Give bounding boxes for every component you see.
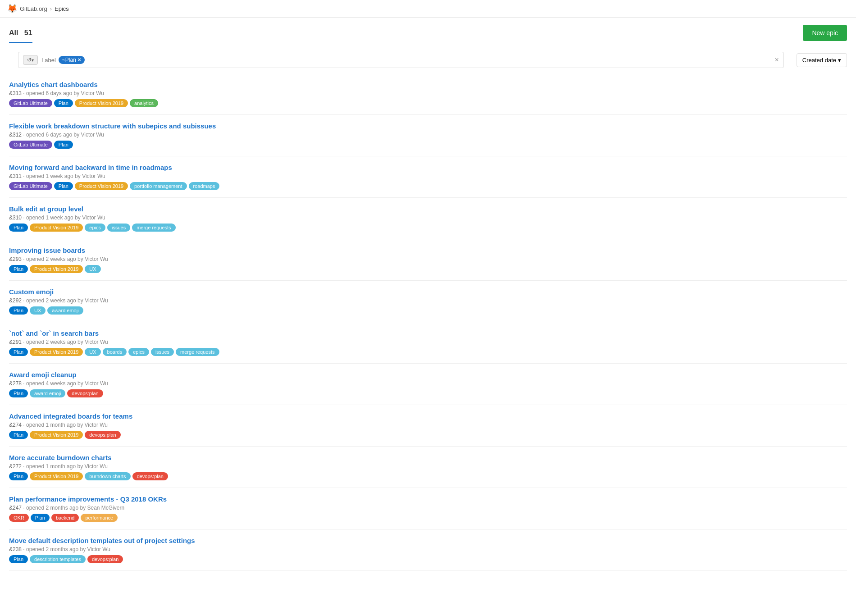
epic-meta: &274 · opened 1 month ago by Victor Wu xyxy=(9,422,847,428)
epic-id[interactable]: &292 xyxy=(9,297,22,304)
epic-id[interactable]: &238 xyxy=(9,546,22,552)
breadcrumb-sep: › xyxy=(50,5,52,12)
tag-ux[interactable]: UX xyxy=(85,348,100,356)
new-epic-button[interactable]: New epic xyxy=(803,25,847,41)
org-link[interactable]: GitLab.org xyxy=(20,5,47,12)
epic-id[interactable]: &310 xyxy=(9,214,22,221)
all-tab[interactable]: All 51 xyxy=(9,29,32,37)
tag-backend[interactable]: backend xyxy=(51,514,79,522)
epic-meta: &278 · opened 4 weeks ago by Victor Wu xyxy=(9,380,847,387)
tag-plan[interactable]: Plan xyxy=(9,389,28,397)
epic-tags: Planaward emojidevops:plan xyxy=(9,389,847,397)
epic-item: Bulk edit at group level&310 · opened 1 … xyxy=(9,198,847,239)
epic-tags: PlanProduct Vision 2019UX xyxy=(9,265,847,273)
epic-item: Plan performance improvements - Q3 2018 … xyxy=(9,488,847,529)
tag-plan[interactable]: Plan xyxy=(9,431,28,439)
tag-devops-plan[interactable]: devops:plan xyxy=(87,555,123,563)
tag-product-vision[interactable]: Product Vision 2019 xyxy=(75,182,128,190)
tag-plan[interactable]: Plan xyxy=(9,224,28,232)
tag-performance[interactable]: performance xyxy=(81,514,118,522)
tag-gitlab-ultimate[interactable]: GitLab Ultimate xyxy=(9,99,52,107)
epic-title[interactable]: Moving forward and backward in time in r… xyxy=(9,164,847,171)
epic-title[interactable]: `not` and `or` in search bars xyxy=(9,329,847,337)
tag-plan[interactable]: Plan xyxy=(54,141,73,149)
epic-id[interactable]: &293 xyxy=(9,256,22,262)
epic-id[interactable]: &247 xyxy=(9,505,22,511)
epic-title[interactable]: Custom emoji xyxy=(9,288,847,296)
epic-meta: &292 · opened 2 weeks ago by Victor Wu xyxy=(9,297,847,304)
epic-count: 51 xyxy=(24,29,32,37)
tag-plan[interactable]: Plan xyxy=(9,306,28,315)
tag-devops-plan[interactable]: devops:plan xyxy=(85,431,120,439)
epic-title[interactable]: Bulk edit at group level xyxy=(9,205,847,213)
epic-title[interactable]: More accurate burndown charts xyxy=(9,454,847,461)
tag-portfolio[interactable]: portfolio management xyxy=(130,182,187,190)
tag-award-emoji[interactable]: award emoji xyxy=(30,389,65,397)
epic-id[interactable]: &313 xyxy=(9,90,22,96)
epic-title[interactable]: Analytics chart dashboards xyxy=(9,81,847,88)
tag-burndown[interactable]: burndown charts xyxy=(85,472,130,480)
epic-tags: PlanProduct Vision 2019burndown chartsde… xyxy=(9,472,847,480)
tag-product-vision[interactable]: Product Vision 2019 xyxy=(30,431,83,439)
filter-tag-value: ~Plan xyxy=(62,57,76,63)
tag-plan[interactable]: Plan xyxy=(9,265,28,273)
tag-devops-plan[interactable]: devops:plan xyxy=(67,389,103,397)
epic-item: Award emoji cleanup&278 · opened 4 weeks… xyxy=(9,364,847,405)
tag-issues[interactable]: issues xyxy=(107,224,130,232)
epic-id[interactable]: &272 xyxy=(9,463,22,470)
top-nav: 🦊 GitLab.org › Epics xyxy=(0,0,856,18)
tag-epics[interactable]: epics xyxy=(85,224,105,232)
tag-roadmaps[interactable]: roadmaps xyxy=(189,182,220,190)
tag-product-vision[interactable]: Product Vision 2019 xyxy=(30,265,83,273)
filter-reset-button[interactable]: ↺ ▾ xyxy=(23,55,38,65)
epics-breadcrumb[interactable]: Epics xyxy=(55,5,69,12)
epic-id[interactable]: &291 xyxy=(9,339,22,345)
epic-title[interactable]: Move default description templates out o… xyxy=(9,537,847,544)
tag-okr[interactable]: OKR xyxy=(9,514,29,522)
tag-product-vision[interactable]: Product Vision 2019 xyxy=(75,99,128,107)
epic-id[interactable]: &278 xyxy=(9,380,22,387)
epic-item: Moving forward and backward in time in r… xyxy=(9,156,847,198)
filter-label-text: Label xyxy=(41,57,56,64)
epic-title[interactable]: Flexible work breakdown structure with s… xyxy=(9,122,847,130)
epic-title[interactable]: Award emoji cleanup xyxy=(9,371,847,379)
sort-button[interactable]: Created date ▾ xyxy=(797,53,847,67)
epic-id[interactable]: &311 xyxy=(9,173,22,179)
tag-product-vision[interactable]: Product Vision 2019 xyxy=(30,472,83,480)
epic-id[interactable]: &274 xyxy=(9,422,22,428)
page-header: All 51 New epic xyxy=(0,18,856,41)
epic-meta: &293 · opened 2 weeks ago by Victor Wu xyxy=(9,256,847,262)
tag-devops-plan[interactable]: devops:plan xyxy=(132,472,168,480)
epic-title[interactable]: Advanced integrated boards for teams xyxy=(9,412,847,420)
active-filter-tag[interactable]: ~Plan × xyxy=(59,56,85,64)
filter-tag-remove[interactable]: × xyxy=(78,57,81,63)
tag-plan[interactable]: Plan xyxy=(9,472,28,480)
clear-filters-button[interactable]: × xyxy=(774,56,779,64)
tag-merge-requests[interactable]: merge requests xyxy=(176,348,219,356)
tag-plan[interactable]: Plan xyxy=(31,514,50,522)
tag-plan[interactable]: Plan xyxy=(9,348,28,356)
epic-tags: PlanUXaward emoji xyxy=(9,306,847,315)
tag-merge-requests[interactable]: merge requests xyxy=(132,224,175,232)
epic-meta: &291 · opened 2 weeks ago by Victor Wu xyxy=(9,339,847,345)
epic-tags: GitLab UltimatePlanProduct Vision 2019po… xyxy=(9,182,847,190)
tag-product-vision[interactable]: Product Vision 2019 xyxy=(30,348,83,356)
tag-desc-templates[interactable]: description templates xyxy=(30,555,86,563)
tag-product-vision[interactable]: Product Vision 2019 xyxy=(30,224,83,232)
tag-gitlab-ultimate[interactable]: GitLab Ultimate xyxy=(9,182,52,190)
tag-epics[interactable]: epics xyxy=(128,348,149,356)
tag-award-emoji[interactable]: award emoji xyxy=(47,306,83,315)
epic-tags: Plandescription templatesdevops:plan xyxy=(9,555,847,563)
tag-gitlab-ultimate[interactable]: GitLab Ultimate xyxy=(9,141,52,149)
epic-title[interactable]: Improving issue boards xyxy=(9,246,847,254)
epic-title[interactable]: Plan performance improvements - Q3 2018 … xyxy=(9,495,847,503)
tag-plan[interactable]: Plan xyxy=(54,99,73,107)
tag-ux[interactable]: UX xyxy=(85,265,100,273)
tag-plan[interactable]: Plan xyxy=(9,555,28,563)
epic-id[interactable]: &312 xyxy=(9,132,22,138)
tag-boards[interactable]: boards xyxy=(103,348,127,356)
tag-analytics[interactable]: analytics xyxy=(130,99,158,107)
tag-plan[interactable]: Plan xyxy=(54,182,73,190)
tag-issues[interactable]: issues xyxy=(151,348,174,356)
tag-ux[interactable]: UX xyxy=(30,306,46,315)
